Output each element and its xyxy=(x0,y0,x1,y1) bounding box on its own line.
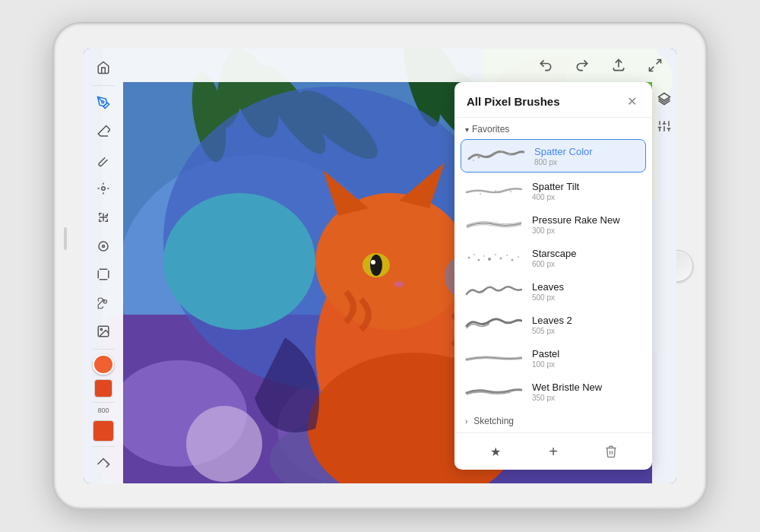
top-toolbar xyxy=(123,49,676,82)
brush-size-pastel: 100 px xyxy=(532,360,641,369)
svg-point-65 xyxy=(483,255,485,257)
brush-list: ▾ Favorites xyxy=(454,118,652,432)
brush-name-pastel: Pastel xyxy=(532,348,641,359)
sketching-chevron: › xyxy=(465,417,467,426)
sketching-section-header[interactable]: › Sketching xyxy=(454,408,652,432)
select-icon[interactable] xyxy=(90,233,117,259)
brush-name-leaves2: Leaves 2 xyxy=(532,315,641,326)
redo-button[interactable] xyxy=(570,53,594,78)
favorite-button[interactable]: ★ xyxy=(483,439,508,464)
brush-size-starscape: 600 px xyxy=(532,260,641,268)
brush-info-leaves2: Leaves 2 505 px xyxy=(526,315,641,335)
toolbar-divider-1 xyxy=(92,85,115,86)
secondary-color-swatch[interactable] xyxy=(94,379,112,397)
favorites-label: Favorites xyxy=(472,124,509,135)
eraser-icon[interactable] xyxy=(90,119,117,144)
right-toolbar xyxy=(652,82,676,483)
layers-settings-icon[interactable] xyxy=(90,451,117,477)
primary-color-swatch[interactable] xyxy=(93,354,114,374)
svg-point-35 xyxy=(102,187,106,191)
brush-size-leaves: 500 px xyxy=(532,293,641,302)
brush-preview-pastel xyxy=(465,347,526,369)
stamp-icon[interactable] xyxy=(90,176,117,201)
undo-button[interactable] xyxy=(534,53,558,78)
brush-preview-wet-bristle xyxy=(465,381,526,402)
close-panel-button[interactable]: ✕ xyxy=(623,93,640,109)
brush-size-spatter-tilt: 400 px xyxy=(532,193,641,201)
smudge-icon[interactable] xyxy=(90,261,117,287)
screen: 800 xyxy=(84,49,676,483)
svg-point-68 xyxy=(500,258,502,260)
svg-point-64 xyxy=(478,259,480,261)
brush-preview-starscape xyxy=(465,247,526,268)
svg-point-20 xyxy=(186,406,262,482)
brush-name-starscape: Starscape xyxy=(532,248,641,259)
pixel-brush-icon[interactable] xyxy=(90,90,117,116)
svg-point-40 xyxy=(100,329,102,331)
favorites-chevron: ▾ xyxy=(465,125,469,134)
transform-icon[interactable] xyxy=(90,204,117,230)
brush-name-spatter-tilt: Spatter Tilt xyxy=(532,181,641,192)
svg-point-67 xyxy=(495,254,496,255)
fullscreen-button[interactable] xyxy=(643,53,667,78)
brush-size-leaves2: 505 px xyxy=(532,327,641,335)
brush-preview-spatter-tilt xyxy=(465,180,526,201)
svg-point-17 xyxy=(163,193,315,330)
brush-size-label: 800 xyxy=(97,407,109,414)
toolbar-divider-2 xyxy=(92,349,115,350)
svg-point-63 xyxy=(473,254,475,255)
brush-info-starscape: Starscape 600 px xyxy=(526,248,641,268)
brush-preview-pressure-rake xyxy=(465,214,526,235)
fill-icon[interactable] xyxy=(90,147,117,173)
svg-point-71 xyxy=(518,256,519,258)
brush-name-wet-bristle: Wet Bristle New xyxy=(532,382,641,393)
brush-item-pastel[interactable]: Pastel 100 px xyxy=(454,341,652,375)
svg-point-28 xyxy=(371,260,375,264)
toolbar-divider-3 xyxy=(92,402,115,403)
brush-item-leaves[interactable]: Leaves 500 px xyxy=(454,274,652,308)
svg-point-56 xyxy=(508,154,511,156)
svg-point-55 xyxy=(493,152,495,154)
svg-point-59 xyxy=(480,193,481,195)
brush-info-pressure-rake: Pressure Rake New 300 px xyxy=(526,214,641,235)
brush-name-pressure-rake: Pressure Rake New xyxy=(532,214,641,226)
layers-icon[interactable] xyxy=(654,88,675,109)
brush-info-spatter-tilt: Spatter Tilt 400 px xyxy=(526,181,641,201)
panel-header: All Pixel Brushes ✕ xyxy=(454,82,652,118)
delete-brush-button[interactable] xyxy=(599,439,623,464)
brush-size-spatter-color: 800 px xyxy=(534,158,639,166)
sketching-label: Sketching xyxy=(473,416,514,426)
favorites-section-header[interactable]: ▾ Favorites xyxy=(454,118,652,138)
brush-item-spatter-color[interactable]: Spatter Color 800 px xyxy=(461,139,646,173)
brush-panel: All Pixel Brushes ✕ ▾ Favorites xyxy=(454,82,652,470)
add-brush-button[interactable]: + xyxy=(541,439,565,464)
brush-item-wet-bristle[interactable]: Wet Bristle New 350 px xyxy=(454,375,652,408)
svg-point-69 xyxy=(506,255,508,256)
brush-info-spatter-color: Spatter Color 800 px xyxy=(528,146,639,166)
export-button[interactable] xyxy=(606,53,631,78)
brush-item-starscape[interactable]: Starscape 600 px xyxy=(454,241,652,274)
brush-item-pressure-rake[interactable]: Pressure Rake New 300 px xyxy=(454,207,652,241)
svg-point-29 xyxy=(394,281,404,287)
brush-item-leaves2[interactable]: Leaves 2 505 px xyxy=(454,308,652,341)
home-tool-icon[interactable] xyxy=(90,55,117,81)
svg-line-42 xyxy=(657,60,661,65)
color-picker-icon[interactable] xyxy=(90,290,117,316)
toolbar-divider-4 xyxy=(92,446,115,447)
panel-footer: ★ + xyxy=(454,432,652,470)
brush-preview-leaves xyxy=(465,280,526,302)
svg-point-70 xyxy=(511,259,514,261)
svg-point-27 xyxy=(370,255,382,276)
size-color-swatch[interactable] xyxy=(93,420,114,442)
svg-point-66 xyxy=(488,258,491,261)
panel-title: All Pixel Brushes xyxy=(467,95,560,108)
brush-size-wet-bristle: 350 px xyxy=(532,394,641,402)
svg-point-57 xyxy=(473,160,474,161)
svg-line-43 xyxy=(650,67,654,71)
side-button xyxy=(64,227,67,250)
brush-item-spatter-tilt[interactable]: Spatter Tilt 400 px xyxy=(454,174,652,207)
adjustments-icon[interactable] xyxy=(654,116,675,137)
svg-point-61 xyxy=(510,191,511,192)
image-icon[interactable] xyxy=(90,319,117,345)
svg-point-62 xyxy=(468,257,470,259)
